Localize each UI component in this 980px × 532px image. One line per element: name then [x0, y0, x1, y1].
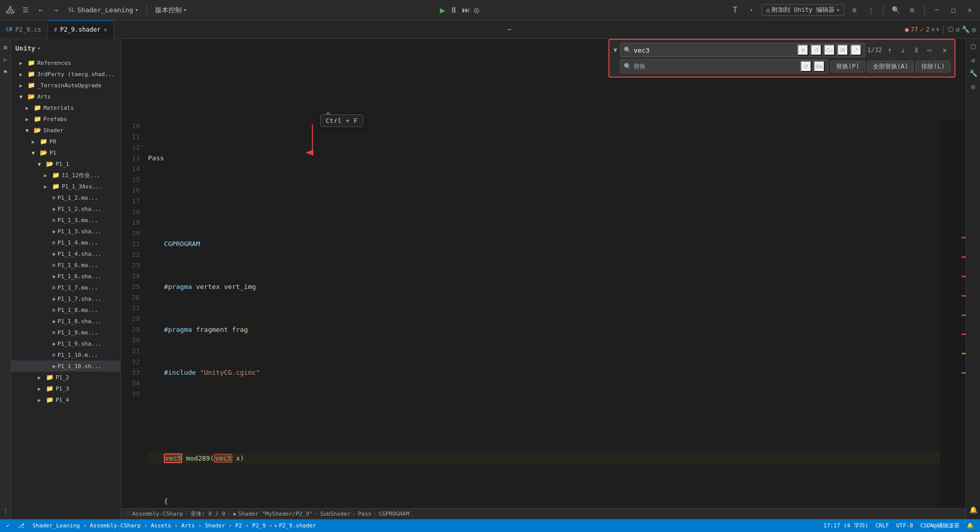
search-text-input[interactable] [633, 46, 795, 54]
tree-item-p1-1-7sha[interactable]: ▶ ◈ P1_1_7.sha... [11, 293, 120, 304]
left-icon-2[interactable]: ▷ [1, 55, 10, 64]
search-more-btn[interactable]: ⋯ [924, 44, 935, 56]
tree-item-terrain[interactable]: ▶ 📁 _TerrainAutoUpgrade [11, 80, 120, 91]
tree-item-p1-1-10sha[interactable]: ▶ ◈ P1_1_10.sh... [11, 360, 120, 372]
tree-item-prefabs[interactable]: ▶ 📁 Prefabs [11, 113, 120, 125]
app-logo-icon[interactable] [4, 4, 16, 16]
search-filter-btn[interactable]: ⊻ [911, 44, 922, 56]
settings-toolbar-icon[interactable]: ⚙ [906, 4, 918, 16]
tree-item-p1-1-3ma[interactable]: ▶ ≡ P1_1_3.ma... [11, 214, 120, 226]
tree-item-p1-1-6ma[interactable]: ▶ ≡ P1_1_6.ma... [11, 259, 120, 271]
right-panel-icon-1[interactable]: ⬡ [948, 26, 953, 33]
tree-item-p1-1-4sha[interactable]: ▶ ◈ P1_1_4.sha... [11, 248, 120, 259]
breadcrumb-vars[interactable]: 变体: 0 / 0 [190, 510, 225, 518]
tab-more-icon[interactable]: ⋯ [502, 26, 517, 33]
tree-item-3rdparty[interactable]: ▶ 📁 3rdParty (taecg.shad... [11, 68, 120, 80]
tab-shader-close-icon[interactable]: ✕ [104, 27, 107, 33]
tree-item-p1-1-10ma[interactable]: ▶ ≡ P1_1_10.m... [11, 349, 120, 360]
tree-item-p1-2[interactable]: ▶ 📁 P1_2 [11, 372, 120, 383]
minimize-icon[interactable]: ─ [931, 4, 943, 16]
search-close-btn[interactable]: ✕ [939, 44, 950, 56]
search-word-btn[interactable]: W [837, 44, 848, 56]
breadcrumb-subshader[interactable]: SubShader [320, 511, 351, 517]
breadcrumb-assembly[interactable]: Assembly-CSharp [132, 511, 183, 517]
search-clear-btn[interactable]: ✕ [797, 44, 808, 56]
status-notification-icon[interactable]: 🔔 [965, 522, 976, 529]
replace-all-btn[interactable]: 全部替换(A) [867, 61, 914, 72]
status-ok-icon[interactable]: ✓ [4, 522, 12, 529]
search-prev-btn[interactable]: ↑ [884, 44, 895, 56]
search-regex-btn[interactable]: .* [850, 44, 862, 56]
search-expand-icon[interactable]: ▼ [614, 46, 617, 54]
type-dropdown-icon[interactable]: ▾ [745, 4, 757, 16]
attach-to-unity-btn[interactable]: ◎ 附加到 Unity 编辑器 ▾ [762, 4, 844, 16]
tree-item-11-12[interactable]: ▶ 📁 11_12作业... [11, 170, 120, 181]
tree-item-p1-1-2sha[interactable]: ▶ ◈ P1_1_2.sha... [11, 203, 120, 214]
collapse-up-btn[interactable]: ∧ [932, 26, 935, 33]
right-icon-tool[interactable]: 🔧 [968, 67, 979, 79]
left-icon-1[interactable]: ⊞ [1, 43, 10, 52]
exclude-btn[interactable]: 排除(L) [916, 61, 950, 72]
search-next-btn[interactable]: ↓ [897, 44, 909, 56]
tree-item-p0[interactable]: ▶ 📁 P0 [11, 136, 120, 147]
right-panel-icon-4[interactable]: ◎ [972, 26, 976, 33]
right-icon-history[interactable]: ↺ [968, 54, 979, 65]
search-toolbar-icon[interactable]: 🔍 [890, 4, 902, 16]
tree-item-p1-1-3sha[interactable]: ▶ ◈ P1_1_3.sha... [11, 226, 120, 237]
replace-history-btn[interactable]: ↺ [800, 61, 812, 72]
tree-item-p1-1-6sha[interactable]: ▶ ◈ P1_1_6.sha... [11, 271, 120, 282]
right-icon-profile[interactable]: ◎ [968, 81, 979, 92]
left-icon-4[interactable]: ⋮ [1, 506, 10, 515]
hamburger-icon[interactable]: ☰ [19, 4, 32, 16]
breadcrumb-shader[interactable]: Shader "MyShader/P2_9" [238, 511, 313, 517]
type-icon[interactable]: T [729, 4, 741, 16]
pause-button[interactable]: ⏸ [450, 5, 458, 15]
tree-item-references[interactable]: ▶ 📁 References [11, 57, 120, 68]
tree-item-p1-1-8sha[interactable]: ▶ ◈ P1_1_8.sha... [11, 316, 120, 327]
code-text[interactable]: Pass CGPROGRAM #pragma vertex vert_img #… [144, 120, 940, 508]
tab-cs[interactable]: C# P2_9.cs [0, 20, 48, 39]
tree-item-p1-1-8ma[interactable]: ▶ ≡ P1_1_8.ma... [11, 304, 120, 316]
tree-item-p1-1-2ma[interactable]: ▶ ≡ P1_1_2.ma... [11, 192, 120, 203]
search-case-btn[interactable]: Cc [824, 44, 835, 56]
tree-item-p1-1-3ass[interactable]: ▶ 📁 P1_1_3Ass... [11, 181, 120, 192]
tree-item-p1-1-9ma[interactable]: ▶ ≡ P1_1_9.ma... [11, 327, 120, 338]
code-editor[interactable]: 10 11 12 13 14 15 16 17 18 19 20 21 22 2… [121, 39, 966, 508]
status-line-ending[interactable]: CRLF [873, 522, 891, 529]
project-selector[interactable]: SL Shader_Leaning ▾ [65, 5, 141, 15]
replace-case-btn[interactable]: Aa [814, 61, 825, 72]
version-control-btn[interactable]: 版本控制 ▾ [152, 5, 190, 16]
tree-item-p1-1-7ma[interactable]: ▶ ≡ P1_1_7.ma... [11, 282, 120, 293]
profile-button[interactable]: ◎ [474, 5, 479, 15]
back-icon[interactable]: ← [35, 4, 47, 16]
breadcrumb-cgprogram[interactable]: CGPROGRAM [379, 511, 409, 517]
replace-btn[interactable]: 替换(P) [830, 61, 865, 72]
tree-item-shader[interactable]: ▼ 📂 Shader [11, 125, 120, 136]
more-options-icon[interactable]: ⋮ [865, 4, 877, 16]
breadcrumb-pass[interactable]: Pass [358, 511, 372, 517]
tree-item-p1-3[interactable]: ▶ 📁 P1_3 [11, 383, 120, 394]
left-icon-3[interactable]: ⚑ [1, 67, 10, 77]
tree-item-materials[interactable]: ▶ 📁 Materials [11, 102, 120, 113]
tree-item-p1-1-4ma[interactable]: ▶ ≡ P1_1_4.ma... [11, 237, 120, 248]
search-history-btn[interactable]: ↺ [811, 44, 822, 56]
tree-item-p1-4[interactable]: ▶ 📁 P1_4 [11, 394, 120, 405]
plugin-icon[interactable]: ⚙ [848, 4, 861, 16]
status-position[interactable]: 17:17 (4 字符) [821, 522, 870, 529]
forward-icon[interactable]: → [50, 4, 62, 16]
close-window-icon[interactable]: ✕ [964, 4, 976, 16]
replace-text-input[interactable] [648, 63, 798, 70]
play-button[interactable]: ▶ [440, 5, 446, 15]
tree-item-p1[interactable]: ▼ 📂 P1 [11, 147, 120, 158]
status-encoding[interactable]: UTF-8 [894, 522, 915, 529]
tree-item-arts[interactable]: ▼ 📂 Arts [11, 91, 120, 102]
right-icon-paint[interactable]: ⬡ [968, 41, 979, 52]
tab-shader[interactable]: # P2_9.shader ✕ [48, 20, 114, 39]
status-attribution[interactable]: CSDN@橘猫泼茶 [918, 522, 962, 529]
collapse-down-btn[interactable]: ∨ [936, 26, 940, 33]
right-panel-icon-2[interactable]: ↺ [955, 26, 960, 33]
sidebar-title[interactable]: Unity ▾ [11, 39, 120, 57]
tree-item-p1-1-9sha[interactable]: ▶ ◈ P1_1_9.sha... [11, 338, 120, 349]
maximize-icon[interactable]: □ [947, 4, 960, 16]
right-icon-bell[interactable]: 🔔 [968, 504, 979, 515]
